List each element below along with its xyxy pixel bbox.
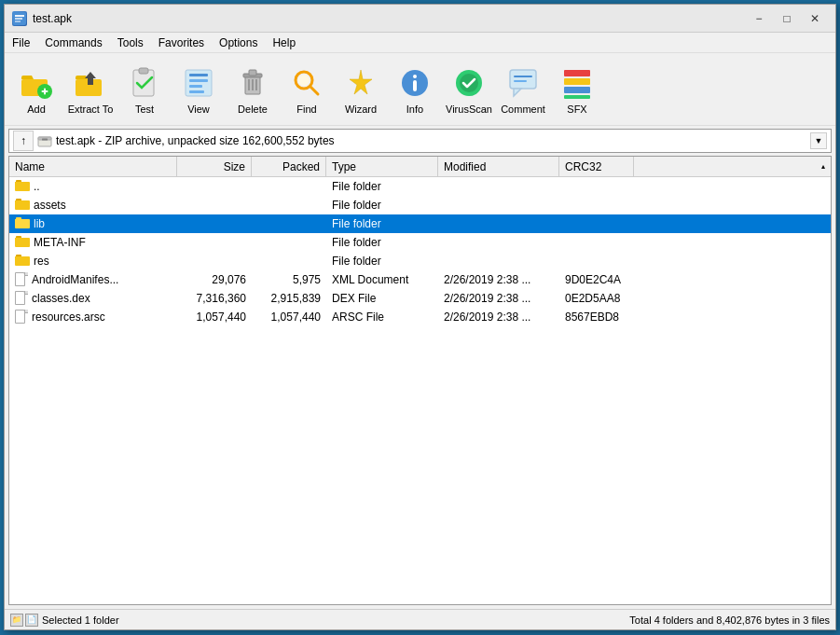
file-type: File folder — [326, 177, 438, 195]
up-button[interactable]: ↑ — [13, 131, 34, 151]
column-size[interactable]: Size — [177, 157, 252, 176]
archive-icon — [37, 133, 52, 148]
wizard-icon — [342, 64, 379, 102]
file-type: XML Document — [326, 270, 438, 288]
comment-icon — [504, 64, 542, 102]
minimize-button[interactable]: − — [746, 9, 772, 28]
file-packed — [252, 196, 326, 214]
menu-tools[interactable]: Tools — [110, 33, 151, 52]
file-name: META-INF — [34, 236, 86, 249]
file-type: File folder — [326, 233, 438, 251]
wizard-button[interactable]: Wizard — [335, 58, 387, 121]
file-modified: 2/26/2019 2:38 ... — [438, 270, 559, 288]
table-row[interactable]: classes.dex7,316,3602,915,839DEX File2/2… — [9, 289, 831, 308]
table-row[interactable]: libFile folder — [9, 214, 831, 233]
svg-rect-2 — [15, 18, 22, 20]
svg-rect-38 — [564, 87, 590, 93]
column-packed[interactable]: Packed — [252, 157, 326, 176]
menu-help[interactable]: Help — [265, 33, 303, 52]
file-name: res — [34, 255, 49, 268]
status-icon-1: 📁 — [10, 614, 23, 627]
delete-button[interactable]: Delete — [227, 58, 279, 121]
file-packed — [252, 252, 326, 269]
find-button[interactable]: Find — [281, 58, 333, 121]
close-button[interactable]: ✕ — [802, 9, 828, 28]
file-crc — [559, 252, 634, 269]
file-crc: 8567EBD8 — [559, 308, 634, 325]
table-row[interactable]: ..File folder — [9, 177, 831, 196]
file-crc: 0E2D5AA8 — [559, 289, 634, 307]
info-button[interactable]: Info — [389, 58, 441, 121]
menu-favorites[interactable]: Favorites — [151, 33, 212, 52]
column-name[interactable]: Name ▴ — [9, 157, 177, 176]
file-name: classes.dex — [32, 292, 90, 305]
file-list: Name ▴ Size Packed Type Modified CRC32 .… — [8, 156, 832, 605]
file-modified — [438, 233, 559, 251]
menu-file[interactable]: File — [5, 33, 37, 52]
sfx-button[interactable]: SFX — [551, 58, 603, 121]
file-packed: 1,057,440 — [252, 308, 326, 325]
folder-icon — [15, 255, 30, 267]
file-size — [177, 196, 252, 214]
file-packed: 5,975 — [252, 270, 326, 288]
file-type: File folder — [326, 252, 438, 269]
menu-bar: File Commands Tools Favorites Options He… — [5, 33, 835, 53]
maximize-button[interactable]: □ — [774, 9, 800, 28]
file-name: lib — [34, 217, 45, 230]
table-row[interactable]: resources.arsc1,057,4401,057,440ARSC Fil… — [9, 308, 831, 326]
svg-rect-11 — [139, 68, 148, 74]
menu-commands[interactable]: Commands — [37, 33, 109, 52]
view-button[interactable]: View — [172, 58, 225, 121]
svg-rect-13 — [189, 74, 208, 76]
file-name: AndroidManifes... — [32, 273, 118, 286]
table-row[interactable]: AndroidManifes...29,0765,975XML Document… — [9, 270, 831, 289]
comment-label: Comment — [501, 104, 545, 116]
file-size: 1,057,440 — [177, 308, 252, 325]
main-window: test.apk − □ ✕ File Commands Tools Favor… — [4, 4, 836, 630]
test-icon — [126, 64, 163, 102]
extract-to-button[interactable]: Extract To — [64, 58, 117, 121]
sfx-icon — [558, 64, 596, 102]
file-modified — [438, 177, 559, 195]
file-packed — [252, 233, 326, 251]
svg-marker-33 — [514, 89, 521, 96]
comment-button[interactable]: Comment — [497, 58, 549, 121]
address-dropdown[interactable]: ▼ — [810, 132, 827, 149]
file-size — [177, 233, 252, 251]
file-list-header: Name ▴ Size Packed Type Modified CRC32 — [9, 157, 831, 177]
test-label: Test — [135, 104, 154, 116]
folder-icon — [15, 217, 30, 229]
svg-marker-26 — [350, 70, 372, 94]
status-selected: Selected 1 folder — [42, 614, 119, 626]
virusscan-button[interactable]: VirusScan — [443, 58, 495, 121]
table-row[interactable]: META-INFFile folder — [9, 233, 831, 252]
file-list-body[interactable]: ..File folderassetsFile folderlibFile fo… — [9, 177, 831, 604]
sfx-label: SFX — [567, 104, 586, 116]
column-crc32[interactable]: CRC32 — [559, 157, 634, 176]
file-packed — [252, 177, 326, 195]
extract-to-label: Extract To — [68, 104, 114, 116]
delete-label: Delete — [238, 104, 268, 116]
column-type[interactable]: Type — [326, 157, 438, 176]
add-icon — [18, 64, 55, 102]
svg-rect-34 — [514, 76, 532, 77]
column-modified[interactable]: Modified — [438, 157, 559, 176]
add-label: Add — [27, 104, 46, 116]
find-label: Find — [296, 104, 316, 116]
file-crc — [559, 233, 634, 251]
menu-options[interactable]: Options — [212, 33, 265, 52]
svg-rect-14 — [189, 79, 208, 82]
svg-rect-29 — [413, 80, 417, 91]
table-row[interactable]: resFile folder — [9, 252, 831, 270]
wizard-label: Wizard — [345, 104, 377, 116]
file-crc — [559, 177, 634, 195]
file-packed: 2,915,839 — [252, 289, 326, 307]
svg-rect-39 — [564, 95, 590, 99]
svg-rect-32 — [510, 70, 536, 89]
file-modified — [438, 214, 559, 232]
virusscan-icon — [450, 64, 488, 102]
svg-rect-42 — [42, 139, 48, 141]
add-button[interactable]: Add — [10, 58, 62, 121]
table-row[interactable]: assetsFile folder — [9, 196, 831, 214]
test-button[interactable]: Test — [118, 58, 171, 121]
